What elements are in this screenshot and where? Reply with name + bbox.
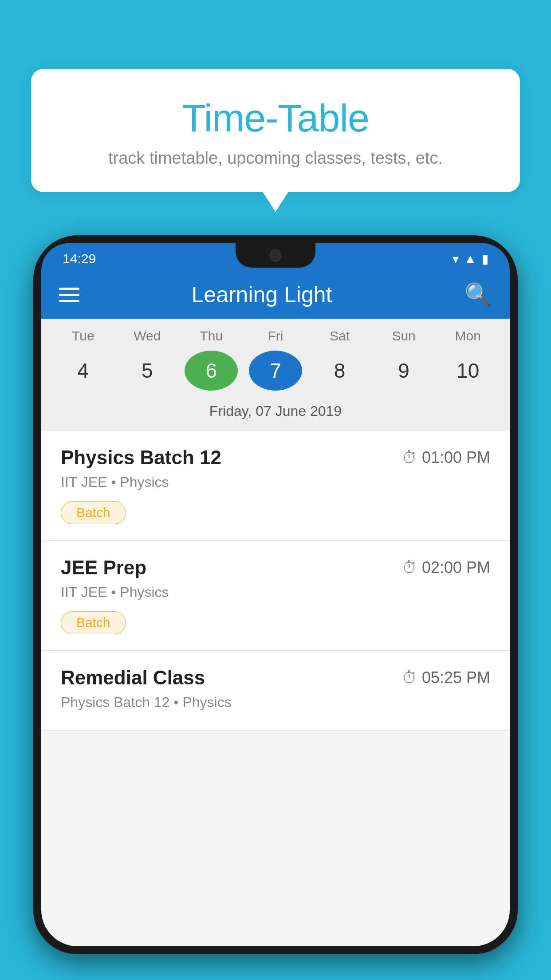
phone-screen: Tue Wed Thu Fri Sat Sun Mon 4 5 6 7 8 9 …	[41, 319, 510, 946]
class-name-3: Remedial Class	[61, 667, 205, 689]
clock-icon-3: ⏱	[401, 668, 417, 687]
class-time-value-2: 02:00 PM	[422, 558, 490, 577]
day-10[interactable]: 10	[441, 351, 495, 391]
class-item-1[interactable]: Physics Batch 12 ⏱ 01:00 PM IIT JEE • Ph…	[41, 431, 510, 541]
day-label-fri: Fri	[249, 328, 302, 344]
class-subject-3: Physics Batch 12 • Physics	[61, 694, 490, 711]
day-4[interactable]: 4	[56, 351, 110, 391]
class-time-1: ⏱ 01:00 PM	[401, 448, 490, 467]
class-item-2[interactable]: JEE Prep ⏱ 02:00 PM IIT JEE • Physics Ba…	[41, 541, 510, 651]
wifi-icon: ▾	[453, 252, 459, 266]
tooltip-subtitle: track timetable, upcoming classes, tests…	[67, 149, 484, 168]
class-item-top-2: JEE Prep ⏱ 02:00 PM	[61, 557, 490, 579]
status-icons: ▾ ▲ ▮	[453, 252, 488, 266]
day-label-thu: Thu	[185, 328, 238, 344]
phone-mockup: 14:29 ▾ ▲ ▮ Learning Light 🔍 Tue	[33, 235, 518, 980]
day-label-wed: Wed	[121, 328, 174, 344]
phone-outer: 14:29 ▾ ▲ ▮ Learning Light 🔍 Tue	[33, 235, 518, 954]
calendar-week: Tue Wed Thu Fri Sat Sun Mon 4 5 6 7 8 9 …	[41, 319, 510, 431]
day-label-sat: Sat	[313, 328, 366, 344]
day-label-tue: Tue	[56, 328, 110, 344]
selected-date-label: Friday, 07 June 2019	[47, 399, 504, 431]
battery-icon: ▮	[482, 252, 488, 266]
day-label-sun: Sun	[377, 328, 430, 344]
clock-icon-1: ⏱	[401, 448, 417, 467]
day-label-mon: Mon	[441, 328, 495, 344]
class-list: Physics Batch 12 ⏱ 01:00 PM IIT JEE • Ph…	[41, 431, 510, 731]
day-9[interactable]: 9	[377, 351, 430, 391]
day-6-today[interactable]: 6	[185, 351, 238, 391]
day-8[interactable]: 8	[313, 351, 366, 391]
camera-icon	[269, 249, 282, 262]
phone-notch	[236, 243, 315, 268]
class-subject-2: IIT JEE • Physics	[61, 584, 490, 601]
class-name-1: Physics Batch 12	[61, 447, 221, 469]
day-numbers: 4 5 6 7 8 9 10	[47, 347, 504, 399]
batch-tag-1: Batch	[61, 501, 126, 524]
class-time-value-1: 01:00 PM	[422, 448, 490, 467]
class-item-3[interactable]: Remedial Class ⏱ 05:25 PM Physics Batch …	[41, 651, 510, 731]
search-icon[interactable]: 🔍	[464, 282, 492, 308]
app-bar: Learning Light 🔍	[41, 271, 510, 319]
day-7-selected[interactable]: 7	[249, 351, 302, 391]
batch-tag-2: Batch	[61, 611, 126, 634]
class-name-2: JEE Prep	[61, 557, 146, 579]
class-item-top-1: Physics Batch 12 ⏱ 01:00 PM	[61, 447, 490, 469]
tooltip-card: Time-Table track timetable, upcoming cla…	[31, 69, 520, 192]
day-5[interactable]: 5	[121, 351, 174, 391]
class-time-2: ⏱ 02:00 PM	[401, 558, 490, 577]
class-item-top-3: Remedial Class ⏱ 05:25 PM	[61, 667, 490, 689]
signal-icon: ▲	[464, 252, 476, 266]
class-subject-1: IIT JEE • Physics	[61, 474, 490, 490]
app-title: Learning Light	[59, 282, 464, 308]
class-time-value-3: 05:25 PM	[422, 668, 490, 687]
class-time-3: ⏱ 05:25 PM	[401, 668, 490, 687]
clock-icon-2: ⏱	[401, 558, 417, 577]
tooltip-title: Time-Table	[67, 95, 484, 141]
status-time: 14:29	[63, 251, 96, 266]
day-labels: Tue Wed Thu Fri Sat Sun Mon	[47, 319, 504, 347]
